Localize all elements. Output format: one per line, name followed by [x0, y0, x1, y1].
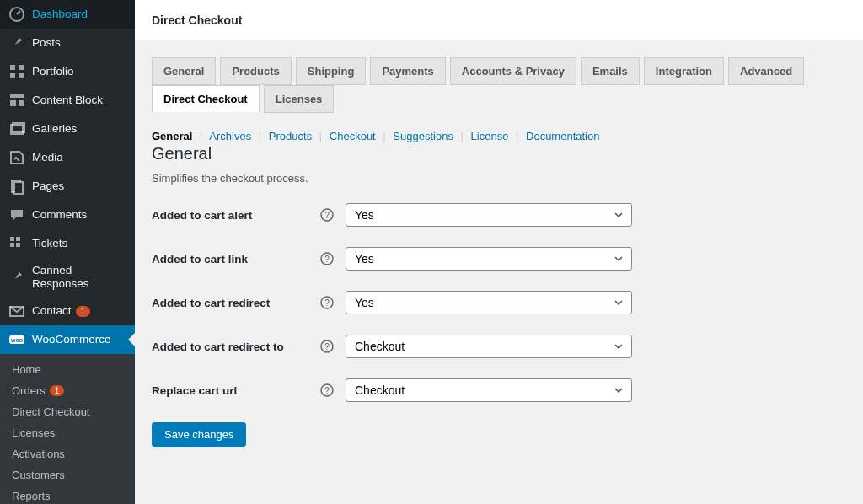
sidebar-item-canned-responses[interactable]: Canned Responses [0, 258, 135, 297]
sidebar-item-label: Canned Responses [32, 264, 128, 291]
tab-products[interactable]: Products [220, 57, 291, 85]
submenu-item-direct-checkout[interactable]: Direct Checkout [0, 401, 135, 422]
pin-icon [8, 269, 25, 286]
tab-payments[interactable]: Payments [370, 57, 445, 85]
svg-text:woo: woo [10, 337, 23, 343]
sidebar-item-contact[interactable]: Contact 1 [0, 297, 135, 325]
sidebar-item-media[interactable]: Media [0, 143, 135, 172]
replace-cart-url-select[interactable]: Checkout [346, 378, 632, 402]
sidebar-item-label: Dashboard [32, 8, 88, 21]
sublink-checkout[interactable]: Checkout [330, 130, 376, 142]
sidebar-item-comments[interactable]: Comments [0, 201, 135, 229]
sidebar-item-label: Content Block [32, 94, 103, 107]
svg-rect-5 [10, 94, 24, 98]
help-icon[interactable]: ? [320, 340, 334, 353]
main-content: Direct Checkout General Products Shippin… [135, 0, 863, 504]
save-button[interactable]: Save changes [152, 422, 246, 447]
field-label: Added to cart redirect to [152, 340, 320, 353]
sublink-suggestions[interactable]: Suggestions [393, 130, 453, 142]
submenu-item-activations[interactable]: Activations [0, 443, 135, 464]
notification-badge: 1 [50, 385, 65, 396]
field-label: Added to cart alert [152, 209, 320, 222]
submenu-label: Customers [12, 469, 65, 481]
added-to-cart-link-select[interactable]: Yes [346, 247, 632, 271]
tab-licenses[interactable]: Licenses [264, 85, 335, 113]
sublink-products[interactable]: Products [269, 130, 312, 142]
sublink-archives[interactable]: Archives [209, 130, 251, 142]
sidebar-item-portfolio[interactable]: Portfolio [0, 57, 135, 86]
svg-text:?: ? [324, 211, 330, 220]
sidebar-item-posts[interactable]: Posts [0, 29, 135, 57]
layout-icon [8, 92, 25, 109]
settings-tabs: General Products Shipping Payments Accou… [152, 57, 846, 113]
svg-rect-2 [19, 65, 24, 70]
sublink-documentation[interactable]: Documentation [526, 130, 599, 142]
sidebar-item-label: Tickets [32, 237, 67, 250]
sidebar-item-label: WooCommerce [32, 333, 111, 346]
tab-accounts-privacy[interactable]: Accounts & Privacy [450, 57, 576, 85]
tickets-icon [8, 235, 25, 252]
submenu-item-licenses[interactable]: Licenses [0, 422, 135, 443]
sidebar-item-tickets[interactable]: Tickets [0, 229, 135, 258]
admin-sidebar: Dashboard Posts Portfolio Content Block … [0, 0, 135, 504]
sublink-general[interactable]: General [152, 130, 192, 142]
woo-icon: woo [8, 331, 25, 348]
submenu-item-home[interactable]: Home [0, 359, 135, 380]
sidebar-item-galleries[interactable]: Galleries [0, 115, 135, 143]
svg-rect-14 [10, 243, 14, 247]
sidebar-item-label: Media [32, 151, 63, 164]
mail-icon [8, 303, 25, 319]
submenu-item-orders[interactable]: Orders1 [0, 380, 135, 401]
added-to-cart-redirect-to-select[interactable]: Checkout [346, 335, 632, 358]
svg-text:?: ? [324, 342, 330, 351]
help-icon[interactable]: ? [320, 383, 334, 397]
submenu-item-customers[interactable]: Customers [0, 464, 135, 485]
help-icon[interactable]: ? [320, 208, 334, 222]
field-label: Replace cart url [152, 384, 320, 397]
help-icon[interactable]: ? [320, 252, 334, 265]
sublink-license[interactable]: License [471, 130, 509, 142]
field-replace-cart-url: Replace cart url ? Checkout [152, 378, 846, 402]
submenu-item-reports[interactable]: Reports [0, 485, 135, 504]
svg-rect-6 [10, 100, 16, 106]
tab-integration[interactable]: Integration [644, 57, 724, 85]
tab-direct-checkout[interactable]: Direct Checkout [152, 85, 260, 113]
submenu-label: Reports [12, 490, 51, 502]
svg-text:?: ? [324, 298, 330, 308]
field-added-to-cart-redirect: Added to cart redirect ? Yes [152, 291, 846, 314]
field-label: Added to cart link [152, 253, 320, 265]
submenu-label: Licenses [12, 426, 55, 439]
svg-text:?: ? [324, 255, 330, 264]
grid-icon [8, 63, 25, 80]
comment-icon [8, 206, 25, 223]
dashboard-icon [8, 6, 25, 23]
pages-icon [8, 178, 25, 195]
sidebar-item-label: Galleries [32, 122, 77, 136]
sidebar-item-pages[interactable]: Pages [0, 172, 135, 201]
added-to-cart-redirect-select[interactable]: Yes [346, 291, 632, 314]
sidebar-item-label: Pages [32, 180, 64, 193]
sub-section-links: General | Archives | Products | Checkout… [152, 130, 846, 142]
help-icon[interactable]: ? [320, 296, 334, 309]
notification-badge: 1 [76, 306, 91, 317]
svg-rect-12 [10, 237, 14, 241]
tab-general[interactable]: General [152, 57, 216, 85]
tab-emails[interactable]: Emails [581, 57, 640, 85]
sidebar-item-dashboard[interactable]: Dashboard [0, 0, 135, 29]
svg-rect-15 [16, 243, 20, 247]
field-added-to-cart-link: Added to cart link ? Yes [152, 247, 846, 271]
tab-shipping[interactable]: Shipping [296, 57, 367, 85]
settings-content: General Products Shipping Payments Accou… [135, 40, 863, 504]
added-to-cart-alert-select[interactable]: Yes [346, 203, 632, 227]
sidebar-item-label: Posts [32, 36, 61, 50]
tab-advanced[interactable]: Advanced [728, 57, 804, 85]
sidebar-item-content-block[interactable]: Content Block [0, 86, 135, 115]
svg-rect-4 [19, 73, 24, 78]
page-header: Direct Checkout [135, 0, 863, 40]
sidebar-item-label: Portfolio [32, 65, 74, 78]
field-added-to-cart-redirect-to: Added to cart redirect to ? Checkout [152, 335, 846, 358]
media-icon [8, 149, 25, 166]
sidebar-item-woocommerce[interactable]: woo WooCommerce [0, 325, 135, 354]
svg-rect-11 [14, 182, 23, 194]
svg-rect-13 [16, 237, 20, 241]
